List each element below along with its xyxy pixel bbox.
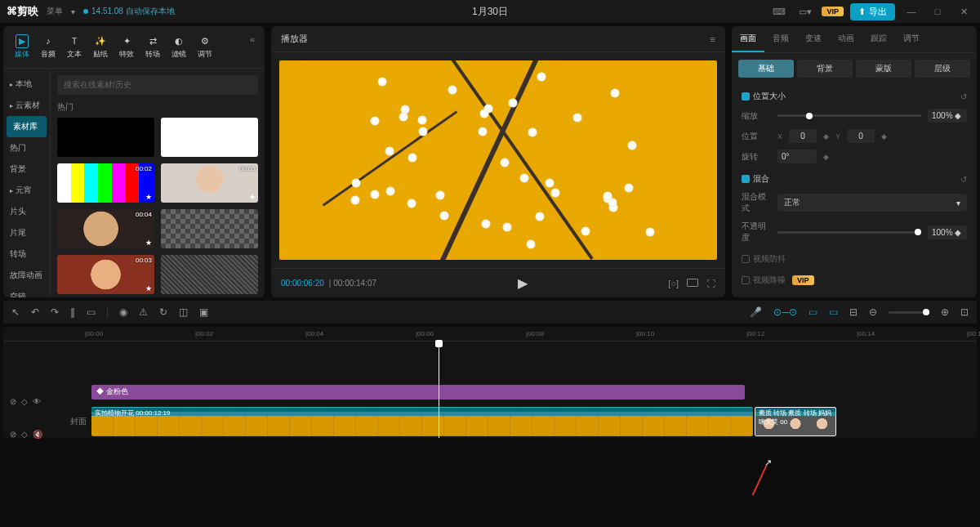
export-button[interactable]: ⬆导出	[850, 3, 895, 20]
track-lock-icon[interactable]: ⊘	[10, 397, 16, 406]
track-eye-icon[interactable]: ◇	[21, 430, 28, 439]
sidenav-item-3[interactable]: 热门	[3, 137, 50, 159]
video-clip-2[interactable]: 素质 转场 素质 转场 妈妈咪大笑 00	[755, 407, 836, 436]
prop-tab-5[interactable]: 调节	[895, 26, 928, 52]
zoom-out-icon[interactable]: ⊖	[869, 306, 877, 318]
play-button[interactable]: ▶	[518, 275, 528, 291]
rotate-icon[interactable]: ↻	[159, 306, 167, 318]
reset-blend-icon[interactable]: ↺	[960, 175, 967, 184]
media-thumb-6[interactable]: 00:03★	[57, 255, 154, 294]
preview-viewport[interactable]	[279, 60, 717, 260]
prop-subtab-0[interactable]: 基础	[738, 60, 794, 78]
rotate-input[interactable]: 0°	[777, 150, 817, 163]
reset-position-icon[interactable]: ↺	[960, 92, 967, 101]
sidenav-item-8[interactable]: 转场	[3, 243, 50, 265]
tool-tab-7[interactable]: ⚙调节	[193, 31, 217, 63]
media-thumb-2[interactable]: 00:02★	[57, 163, 154, 203]
cover-label[interactable]: 封面	[69, 416, 91, 427]
opacity-input[interactable]: 100% ◆	[928, 226, 967, 239]
media-thumb-0[interactable]	[57, 118, 154, 157]
tool-tab-2[interactable]: T文本	[62, 31, 87, 63]
scale-slider[interactable]	[777, 114, 921, 117]
track-mute-icon[interactable]: 🔇	[33, 430, 42, 439]
sidenav-item-1[interactable]: ▸云素材	[3, 95, 50, 116]
media-thumb-1[interactable]	[161, 118, 258, 157]
menu-chevron-icon[interactable]: ▾	[71, 7, 75, 16]
pos-x-input[interactable]: 0	[789, 129, 817, 143]
fullscreen-icon[interactable]: ⛶	[706, 279, 715, 288]
media-thumb-3[interactable]: 00:03★	[161, 163, 258, 203]
ratio-icon[interactable]	[687, 279, 698, 288]
scale-input[interactable]: 100% ◆	[928, 109, 967, 123]
media-thumb-7[interactable]	[161, 255, 258, 294]
delete-icon[interactable]: ▭	[87, 306, 96, 318]
track-lock-icon[interactable]: ⊘	[10, 430, 16, 439]
shortcut-icon[interactable]: ⌨	[769, 7, 789, 17]
tab-icon: ⚙	[198, 34, 212, 47]
tool-tab-6[interactable]: ◐滤镜	[167, 31, 191, 63]
stabilize-checkbox[interactable]	[742, 255, 750, 263]
preview-menu-icon[interactable]: ≡	[710, 34, 715, 44]
sidenav-item-2[interactable]: 素材库	[7, 116, 47, 137]
minimize-button[interactable]: —	[902, 7, 921, 16]
sidenav-item-7[interactable]: 片尾	[3, 222, 50, 243]
magnet-icon[interactable]: ⊙─⊙	[773, 306, 797, 318]
prop-subtab-1[interactable]: 背景	[797, 60, 853, 78]
close-button[interactable]: ✕	[954, 7, 973, 17]
prop-subtab-2[interactable]: 蒙版	[856, 60, 911, 78]
playhead[interactable]	[439, 342, 439, 438]
tool-tab-0[interactable]: ▶媒体	[10, 31, 34, 63]
mic-icon[interactable]: 🎤	[750, 306, 762, 318]
pointer-icon[interactable]: ↖	[11, 306, 20, 318]
mirror-icon[interactable]: ⚠	[139, 306, 148, 318]
sidenav-item-0[interactable]: ▸本地	[3, 74, 50, 95]
collapse-icon[interactable]: «	[247, 31, 258, 63]
position-checkbox[interactable]	[742, 92, 750, 100]
search-input[interactable]: 搜索在线素材/历史	[57, 75, 258, 95]
tool-tab-3[interactable]: ✨贴纸	[88, 31, 113, 63]
blend-mode-select[interactable]: 正常▾	[777, 194, 967, 212]
track-eye-icon[interactable]: ◇	[21, 397, 28, 406]
video-clip-1[interactable]: 实拍植物开花 00:00:12:19	[91, 407, 753, 436]
sidenav-item-4[interactable]: 背景	[3, 159, 50, 180]
layout-icon[interactable]: ▭▾	[795, 7, 815, 17]
prop-tab-4[interactable]: 跟踪	[862, 26, 895, 52]
sidenav-item-10[interactable]: 空镜	[3, 286, 50, 297]
tool-tab-5[interactable]: ⇄转场	[140, 31, 165, 63]
fit-icon[interactable]: ⊡	[960, 306, 969, 318]
pos-y-input[interactable]: 0	[847, 129, 875, 143]
prop-tab-0[interactable]: 画面	[732, 26, 764, 52]
prop-subtab-3[interactable]: 层级	[915, 60, 970, 78]
zoom-slider[interactable]	[889, 311, 929, 314]
media-thumb-5[interactable]	[161, 209, 258, 248]
blend-checkbox[interactable]	[742, 175, 750, 183]
maximize-button[interactable]: □	[928, 7, 947, 16]
record-icon[interactable]: ▣	[199, 306, 208, 318]
crop-icon[interactable]: ◫	[179, 306, 188, 318]
track-sync-icon[interactable]: ⊟	[849, 306, 858, 318]
link-icon[interactable]: ▭	[808, 306, 817, 318]
tool-tab-4[interactable]: ✦特效	[114, 31, 139, 63]
preview-frame-icon[interactable]: ◉	[119, 306, 127, 318]
original-ratio-icon[interactable]: [○]	[668, 279, 679, 288]
vip-badge[interactable]: VIP	[822, 7, 844, 16]
effect-clip[interactable]: ◆ 金粉色	[91, 385, 745, 400]
preview-cut-icon[interactable]: ▭	[829, 306, 838, 318]
redo-icon[interactable]: ↷	[51, 306, 59, 318]
ruler-mark: |00:02	[195, 330, 213, 337]
sidenav-item-6[interactable]: 片头	[3, 201, 50, 222]
prop-tab-1[interactable]: 音频	[764, 26, 797, 52]
track-visible-icon[interactable]: 👁	[33, 397, 41, 406]
sidenav-item-5[interactable]: ▸元宵	[3, 180, 50, 201]
undo-icon[interactable]: ↶	[31, 306, 39, 318]
tool-tab-1[interactable]: ♪音频	[36, 31, 60, 63]
media-thumb-4[interactable]: 00:04★	[57, 209, 154, 248]
zoom-in-icon[interactable]: ⊕	[941, 306, 949, 318]
denoise-checkbox[interactable]	[742, 276, 750, 284]
split-icon[interactable]: ‖	[70, 306, 75, 318]
opacity-slider[interactable]	[777, 231, 921, 234]
sidenav-item-9[interactable]: 故障动画	[3, 265, 50, 286]
menu-label[interactable]: 菜单	[47, 6, 63, 17]
prop-tab-3[interactable]: 动画	[830, 26, 862, 52]
prop-tab-2[interactable]: 变速	[797, 26, 830, 52]
